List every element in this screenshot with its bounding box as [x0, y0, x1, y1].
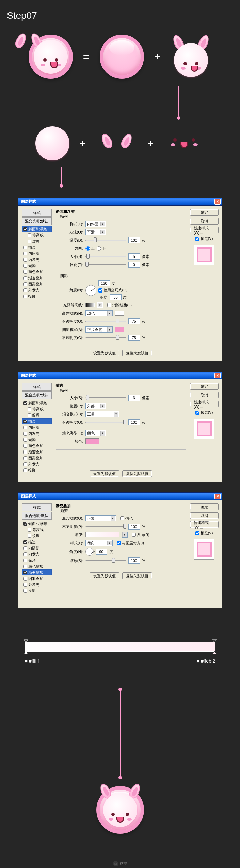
sidebar-item-color-overlay[interactable]: 颜色叠加	[22, 563, 52, 569]
cancel-button[interactable]: 取消	[190, 512, 219, 519]
shadow-opacity-slider[interactable]	[85, 335, 126, 340]
sidebar-item-inner-glow[interactable]: 内发光	[22, 430, 52, 437]
sidebar-item-inner-shadow[interactable]: 内阴影	[22, 545, 52, 551]
sidebar-item-bevel[interactable]: 斜面和浮雕	[22, 520, 52, 527]
sidebar-item-stroke[interactable]: 描边	[22, 418, 52, 424]
sidebar-item-texture[interactable]: 纹理	[22, 533, 52, 539]
sidebar-item-inner-glow[interactable]: 内发光	[22, 256, 52, 263]
blend-select[interactable]: 正常	[85, 411, 119, 417]
new-style-button[interactable]: 新建样式(W)...	[190, 227, 219, 233]
close-icon[interactable]: ✕	[214, 373, 221, 378]
scale-input[interactable]: 100	[128, 557, 140, 564]
sidebar-item-texture[interactable]: 纹理	[22, 238, 52, 244]
size-slider[interactable]	[85, 395, 126, 400]
ok-button[interactable]: 确定	[190, 503, 219, 510]
sidebar-item-inner-shadow[interactable]: 内阴影	[22, 424, 52, 430]
opacity-input[interactable]: 100	[128, 524, 140, 530]
dither-check[interactable]: 仿色	[120, 516, 133, 521]
set-default-button[interactable]: 设置为默认值	[90, 470, 119, 477]
opacity-stop-left[interactable]	[24, 638, 28, 642]
sidebar-head-styles[interactable]: 样式	[22, 209, 52, 217]
opacity-stop-right[interactable]	[212, 638, 217, 642]
scale-slider[interactable]	[85, 558, 126, 563]
hilite-opacity-slider[interactable]	[85, 319, 126, 324]
anti-alias-check[interactable]: 消除锯齿(L)	[107, 303, 132, 308]
sidebar-item-drop-shadow[interactable]: 投影	[22, 467, 52, 473]
cancel-button[interactable]: 取消	[190, 218, 219, 225]
sidebar-item-inner-shadow[interactable]: 内阴影	[22, 250, 52, 256]
depth-slider[interactable]	[85, 238, 126, 243]
align-check[interactable]: 与图层对齐(I)	[117, 541, 144, 546]
global-light-check[interactable]: 使用全局光(G)	[98, 288, 128, 293]
sidebar-item-gloss[interactable]: 光泽	[22, 437, 52, 443]
soften-slider[interactable]	[85, 262, 126, 267]
stroke-color-swatch[interactable]	[85, 438, 99, 444]
size-slider[interactable]	[85, 254, 126, 259]
cancel-button[interactable]: 取消	[190, 392, 219, 398]
reset-default-button[interactable]: 复位为默认值	[122, 350, 152, 356]
angle-input[interactable]: 90	[96, 549, 107, 555]
shadow-mode-select[interactable]: 正片叠底	[85, 326, 113, 333]
size-input[interactable]: 3	[128, 395, 140, 401]
sidebar-item-bevel[interactable]: 斜面和浮雕	[22, 226, 52, 232]
sidebar-item-inner-glow[interactable]: 内发光	[22, 551, 52, 557]
sidebar-item-texture[interactable]: 纹理	[22, 412, 52, 418]
soften-input[interactable]: 0	[128, 262, 140, 268]
sidebar-item-gloss[interactable]: 光泽	[22, 263, 52, 269]
size-input[interactable]: 5	[128, 253, 140, 260]
contour-picker[interactable]	[85, 303, 95, 307]
reset-default-button[interactable]: 复位为默认值	[122, 572, 152, 579]
ok-button[interactable]: 确定	[190, 383, 219, 390]
angle-input[interactable]: 120	[98, 280, 110, 286]
preview-check[interactable]: 预览(V)	[190, 410, 219, 415]
reset-default-button[interactable]: 复位为默认值	[122, 470, 152, 477]
sidebar-item-drop-shadow[interactable]: 投影	[22, 588, 52, 594]
sidebar-item-grad-overlay[interactable]: 渐变叠加	[22, 569, 52, 575]
blend-select[interactable]: 正常	[85, 515, 116, 521]
reverse-check[interactable]: 反向(R)	[132, 532, 149, 537]
sidebar-item-outer-glow[interactable]: 外发光	[22, 461, 52, 467]
sidebar-item-stroke[interactable]: 描边	[22, 539, 52, 545]
titlebar[interactable]: 图层样式 ✕	[18, 372, 222, 379]
style-select[interactable]: 径向	[85, 540, 113, 546]
gradient-picker[interactable]	[85, 532, 119, 537]
sidebar-blend-default[interactable]: 混合选项:默认	[22, 512, 52, 520]
sidebar-item-pattern-overlay[interactable]: 图案叠加	[22, 575, 52, 582]
hilite-mode-select[interactable]: 滤色	[85, 310, 113, 316]
sidebar-item-pattern-overlay[interactable]: 图案叠加	[22, 281, 52, 287]
close-icon[interactable]: ✕	[214, 199, 221, 205]
sidebar-item-gloss[interactable]: 光泽	[22, 557, 52, 563]
sidebar-item-stroke[interactable]: 描边	[22, 244, 52, 250]
sidebar-head-styles[interactable]: 样式	[22, 383, 52, 391]
color-stop-left[interactable]	[24, 651, 28, 655]
depth-input[interactable]: 100	[128, 237, 140, 243]
sidebar-blend-default[interactable]: 混合选项:默认	[22, 217, 52, 225]
sidebar-item-outer-glow[interactable]: 外发光	[22, 582, 52, 588]
opacity-slider[interactable]	[85, 524, 126, 529]
shadow-color-swatch[interactable]	[115, 327, 124, 332]
opacity-input[interactable]: 100	[128, 419, 140, 425]
titlebar[interactable]: 图层样式 ✕	[18, 198, 222, 206]
preview-check[interactable]: 预览(V)	[190, 236, 219, 241]
sidebar-item-drop-shadow[interactable]: 投影	[22, 293, 52, 299]
hilite-color-swatch[interactable]	[115, 311, 124, 316]
opacity-slider[interactable]	[85, 420, 126, 425]
set-default-button[interactable]: 设置为默认值	[90, 572, 119, 579]
contour-dropdown[interactable]	[97, 302, 103, 308]
sidebar-item-grad-overlay[interactable]: 渐变叠加	[22, 275, 52, 281]
fill-type-select[interactable]: 颜色	[85, 430, 106, 436]
sidebar-blend-default[interactable]: 混合选项:默认	[22, 391, 52, 399]
style-select[interactable]: 内斜面	[85, 221, 106, 227]
close-icon[interactable]: ✕	[214, 494, 221, 499]
color-stop-right[interactable]	[212, 651, 217, 655]
pos-select[interactable]: 外部	[85, 403, 106, 409]
method-select[interactable]: 平滑	[85, 229, 106, 235]
dir-up-radio[interactable]: 上	[85, 246, 95, 251]
sidebar-item-color-overlay[interactable]: 颜色叠加	[22, 269, 52, 275]
sidebar-item-outer-glow[interactable]: 外发光	[22, 287, 52, 293]
preview-check[interactable]: 预览(V)	[190, 531, 219, 536]
shadow-opacity-input[interactable]: 75	[128, 335, 140, 341]
ok-button[interactable]: 确定	[190, 209, 219, 216]
gradient-bar[interactable]	[25, 642, 215, 652]
sidebar-item-contour[interactable]: 等高线	[22, 232, 52, 238]
